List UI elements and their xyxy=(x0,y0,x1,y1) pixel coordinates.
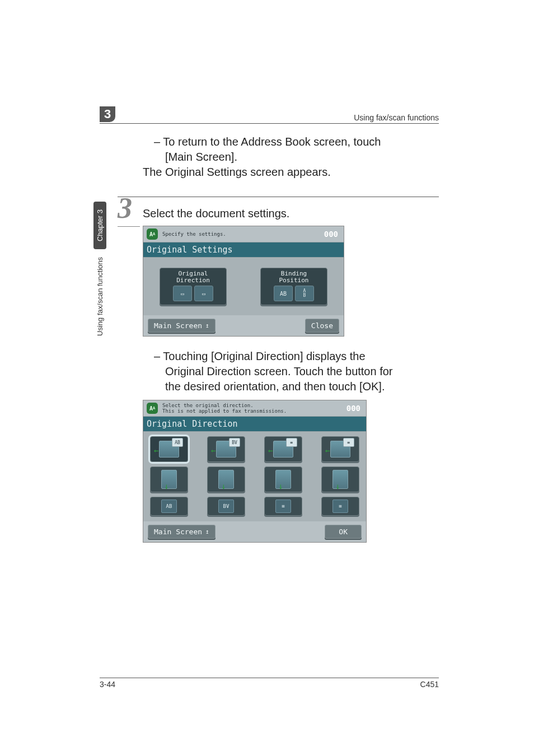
main-screen-button[interactable]: Main Screen ↥ xyxy=(148,319,216,333)
arrow-down-icon: ↓ xyxy=(335,482,340,491)
original-direction-panel: AA Select the original direction. This i… xyxy=(143,400,367,543)
orientation-icon: ← ≡ xyxy=(330,441,350,458)
panel2-body: ← AB ← BV ← ≡ xyxy=(143,432,366,521)
mid-line3: the desired orientation, and then touch … xyxy=(143,379,439,394)
mid-text: – Touching [Original Direction] displays… xyxy=(143,349,439,394)
direction-option-6[interactable]: ↓ xyxy=(207,466,245,492)
panel2-hint: Select the original direction. This is n… xyxy=(162,403,342,414)
enlarge-icon[interactable]: AA xyxy=(147,403,158,414)
close-button[interactable]: Close xyxy=(305,319,339,333)
enlarge-icon[interactable]: AA xyxy=(147,228,158,240)
opt2-label-line1: Binding xyxy=(263,270,325,277)
doc-landscape-icon: ▭ xyxy=(194,286,213,301)
arrow-down-icon: ↓ xyxy=(278,482,283,491)
footer-right: C451 xyxy=(420,680,439,689)
orientation-icon: ↓ xyxy=(332,470,348,489)
step-heading: Select the document settings. xyxy=(143,207,439,220)
opt2-label-line2: Position xyxy=(263,277,325,284)
intro-bullet-line2: [Main Screen]. xyxy=(143,150,439,165)
direction-option-4[interactable]: ← ≡ xyxy=(321,436,359,462)
direction-option-5[interactable]: ↓ xyxy=(150,466,188,492)
orientation-icon: ↓ xyxy=(161,470,177,489)
tiny-rotated-icon: ≡ xyxy=(275,500,291,513)
direction-option-12[interactable]: ≡ xyxy=(321,497,359,516)
side-tab: Chapter 3 Using fax/scan functions xyxy=(88,202,111,344)
page-footer: 3-44 C451 xyxy=(100,678,439,689)
intro-result-line: The Original Settings screen appears. xyxy=(143,165,439,180)
arrow-left-icon: ← xyxy=(268,446,273,455)
intro-text: – To return to the Address Book screen, … xyxy=(143,134,439,180)
orientation-icon: ← BV xyxy=(216,441,236,458)
opt2-icons: AB A B xyxy=(263,286,325,301)
panel1-title: Original Settings xyxy=(143,242,344,258)
badge-rotated-icon: ≡ xyxy=(343,438,354,447)
original-settings-panel: AA Specify the settings. 000 Original Se… xyxy=(143,226,344,337)
tiny-rotated-icon: ≡ xyxy=(332,500,348,513)
panel2-counter: 000 xyxy=(346,404,363,413)
footer-left: 3-44 xyxy=(100,680,115,689)
binding-position-button[interactable]: Binding Position AB A B xyxy=(260,268,327,305)
arrow-left-icon: ← xyxy=(325,446,330,455)
orientation-icon: ↓ xyxy=(218,470,234,489)
doc-portrait-icon: ▭ xyxy=(173,286,192,301)
direction-option-2[interactable]: ← BV xyxy=(207,436,245,462)
panel2-footer: Main Screen ↥ OK xyxy=(143,521,366,542)
arrow-left-icon: ← xyxy=(211,446,216,455)
main-screen-label: Main Screen xyxy=(154,321,202,330)
arrow-left-icon: ← xyxy=(154,446,158,455)
panel2-title: Original Direction xyxy=(143,416,366,432)
opt1-icons: ▭ ▭ xyxy=(162,286,224,301)
tiny-ab-icon: AB xyxy=(161,500,177,513)
binding-ab-stack-icon: A B xyxy=(295,286,314,301)
chapter-number: 3 xyxy=(100,106,115,122)
main-screen-button[interactable]: Main Screen ↥ xyxy=(148,525,216,539)
step-number: 3 xyxy=(118,194,140,227)
badge-rotated-icon: ≡ xyxy=(286,438,297,447)
orientation-icon: ← AB xyxy=(159,441,179,458)
panel2-topbar: AA Select the original direction. This i… xyxy=(143,400,366,416)
mid-line1: – Touching [Original Direction] displays… xyxy=(143,349,439,364)
up-arrow-icon: ↥ xyxy=(205,528,209,535)
arrow-down-icon: ↓ xyxy=(221,482,226,491)
mid-line2: Original Direction screen. Touch the but… xyxy=(143,364,439,379)
direction-option-1[interactable]: ← AB xyxy=(150,436,188,462)
main-screen-label: Main Screen xyxy=(154,528,202,536)
opt1-label-line1: Original xyxy=(162,270,224,277)
tiny-bv-icon: BV xyxy=(218,500,234,513)
direction-row-2: ↓ ↓ ↓ ↓ xyxy=(150,466,359,492)
intro-bullet-line1: – To return to the Address Book screen, … xyxy=(143,134,439,150)
panel2-hint-line2: This is not applied to fax transmissions… xyxy=(162,408,287,414)
original-direction-button[interactable]: Original Direction ▭ ▭ xyxy=(160,268,227,305)
arrow-down-icon: ↓ xyxy=(164,482,168,491)
binding-ab-icon: AB xyxy=(274,286,293,301)
badge-ab: AB xyxy=(172,438,183,447)
badge-bv: BV xyxy=(229,438,240,447)
ok-button[interactable]: OK xyxy=(325,525,362,539)
direction-row-1: ← AB ← BV ← ≡ xyxy=(150,436,359,462)
opt1-label-line2: Direction xyxy=(162,277,224,284)
orientation-icon: ← ≡ xyxy=(273,441,293,458)
panel1-footer: Main Screen ↥ Close xyxy=(143,315,344,336)
panel2-hint-line1: Select the original direction. xyxy=(162,403,254,408)
panel1-counter: 000 xyxy=(324,230,340,239)
up-arrow-icon: ↥ xyxy=(205,322,209,329)
panel1-topbar: AA Specify the settings. 000 xyxy=(143,226,344,242)
side-tab-chapter: Chapter 3 xyxy=(93,202,106,249)
header-title: Using fax/scan functions xyxy=(354,113,439,122)
direction-option-9[interactable]: AB xyxy=(150,497,188,516)
direction-option-10[interactable]: BV xyxy=(207,497,245,516)
direction-option-11[interactable]: ≡ xyxy=(264,497,302,516)
separator xyxy=(118,197,439,197)
direction-row-3: AB BV ≡ ≡ xyxy=(150,497,359,516)
side-tab-title: Using fax/scan functions xyxy=(96,249,104,344)
direction-option-8[interactable]: ↓ xyxy=(321,466,359,492)
direction-option-7[interactable]: ↓ xyxy=(264,466,302,492)
panel1-body: Original Direction ▭ ▭ Binding Position … xyxy=(143,258,344,315)
panel1-hint: Specify the settings. xyxy=(162,231,320,237)
direction-option-3[interactable]: ← ≡ xyxy=(264,436,302,462)
page-header: 3 Using fax/scan functions xyxy=(100,106,439,124)
orientation-icon: ↓ xyxy=(275,470,291,489)
